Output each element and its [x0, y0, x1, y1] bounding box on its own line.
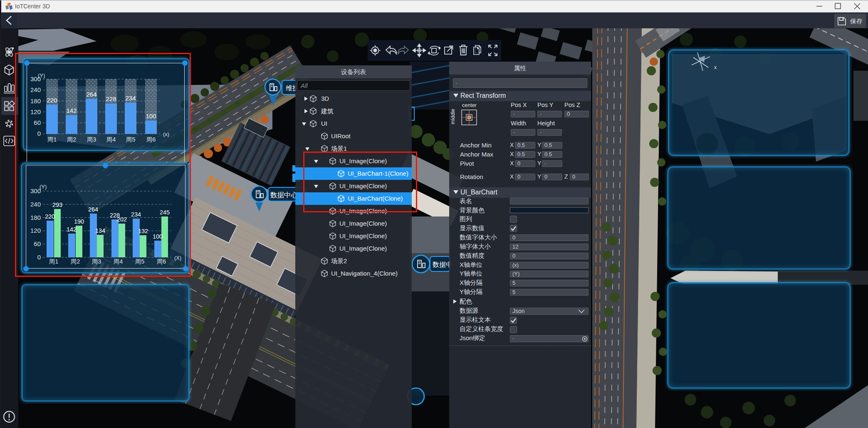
svg-text:x: x: [714, 65, 717, 70]
svg-text:数据中心: 数据中心: [270, 191, 298, 199]
